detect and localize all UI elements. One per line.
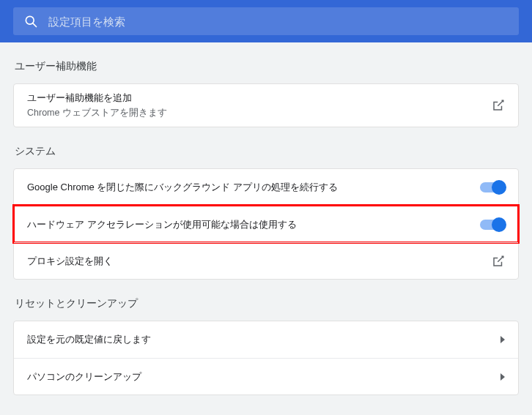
search-bar	[0, 0, 532, 42]
add-accessibility-row[interactable]: ユーザー補助機能を追加 Chrome ウェブストアを開きます	[14, 84, 518, 127]
row-text: プロキシ設定を開く	[27, 255, 492, 268]
row-text: ハードウェア アクセラレーションが使用可能な場合は使用する	[27, 218, 480, 231]
cleanup-computer-row[interactable]: パソコンのクリーンアップ	[14, 358, 518, 395]
row-text: Google Chrome を閉じた際にバックグラウンド アプリの処理を続行する	[27, 181, 480, 194]
row-title: パソコンのクリーンアップ	[27, 370, 500, 384]
row-title: プロキシ設定を開く	[27, 255, 492, 268]
chevron-right-icon	[500, 336, 505, 343]
row-text: 設定を元の既定値に戻します	[27, 333, 500, 346]
row-title: Google Chrome を閉じた際にバックグラウンド アプリの処理を続行する	[27, 181, 480, 194]
accessibility-card: ユーザー補助機能を追加 Chrome ウェブストアを開きます	[13, 83, 519, 127]
hardware-acceleration-row: ハードウェア アクセラレーションが使用可能な場合は使用する	[14, 206, 518, 242]
section-heading-system: システム	[15, 145, 519, 158]
section-heading-reset: リセットとクリーンアップ	[15, 297, 519, 310]
row-subtitle: Chrome ウェブストアを開きます	[27, 107, 492, 119]
section-heading-accessibility: ユーザー補助機能	[15, 60, 519, 73]
background-apps-toggle[interactable]	[480, 182, 505, 192]
settings-content: ユーザー補助機能 ユーザー補助機能を追加 Chrome ウェブストアを開きます …	[0, 60, 532, 395]
chevron-right-icon	[500, 373, 505, 381]
search-icon	[23, 14, 38, 29]
row-title: ハードウェア アクセラレーションが使用可能な場合は使用する	[27, 218, 480, 231]
proxy-settings-row[interactable]: プロキシ設定を開く	[14, 242, 518, 279]
search-input[interactable]	[48, 15, 509, 28]
system-card: Google Chrome を閉じた際にバックグラウンド アプリの処理を続行する…	[13, 168, 519, 280]
row-title: 設定を元の既定値に戻します	[27, 333, 500, 346]
restore-defaults-row[interactable]: 設定を元の既定値に戻します	[14, 321, 518, 358]
row-text: パソコンのクリーンアップ	[27, 370, 500, 384]
row-title: ユーザー補助機能を追加	[27, 91, 492, 105]
background-apps-row: Google Chrome を閉じた際にバックグラウンド アプリの処理を続行する	[14, 169, 518, 206]
search-field-container[interactable]	[13, 7, 519, 35]
svg-line-1	[33, 23, 37, 27]
reset-card: 設定を元の既定値に戻します パソコンのクリーンアップ	[13, 321, 519, 395]
hardware-acceleration-toggle[interactable]	[480, 220, 505, 230]
open-external-icon	[492, 99, 505, 112]
row-text: ユーザー補助機能を追加 Chrome ウェブストアを開きます	[27, 91, 492, 119]
open-external-icon	[492, 255, 505, 268]
